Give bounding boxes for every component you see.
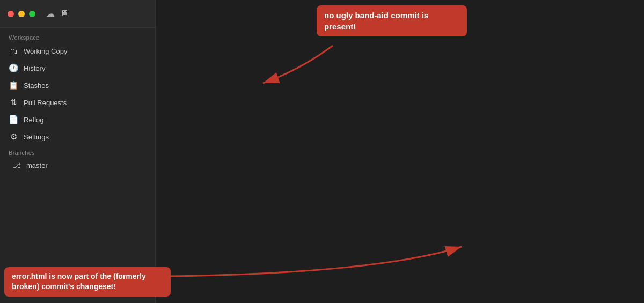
sidebar-item-settings[interactable]: ⚙ Settings [0, 128, 155, 145]
branch-item-master[interactable]: ⎇ master [0, 158, 155, 173]
sidebar-item-label-stashes: Stashes [24, 82, 49, 90]
sidebar-item-label-pull-requests: Pull Requests [24, 99, 67, 107]
sidebar-item-stashes[interactable]: 📋 Stashes [0, 77, 155, 94]
workspace-section-label: Workspace [0, 28, 155, 43]
top-annotation: no ugly band-aid commit is present! [317, 5, 467, 36]
stash-icon: 📋 [9, 80, 18, 90]
cloud-icon[interactable]: ☁ [46, 9, 55, 19]
traffic-light-red[interactable] [8, 11, 14, 17]
server-icon[interactable]: 🖥 [60, 9, 69, 19]
traffic-light-yellow[interactable] [18, 11, 25, 17]
reflog-icon: 📄 [9, 115, 18, 124]
top-annotation-text: no ugly band-aid commit is present! [324, 11, 428, 31]
clock-icon: 🕐 [9, 63, 18, 73]
sidebar-item-working-copy[interactable]: 🗂 Working Copy [0, 43, 155, 60]
sidebar-item-label-settings: Settings [24, 133, 49, 141]
sidebar-item-history[interactable]: 🕐 History [0, 60, 155, 77]
sidebar-item-reflog[interactable]: 📄 Reflog [0, 111, 155, 128]
traffic-light-green[interactable] [29, 11, 35, 17]
branch-label-master: master [26, 161, 48, 169]
settings-icon: ⚙ [9, 132, 18, 142]
sidebar-toolbar: ☁ 🖥 [0, 0, 155, 28]
sidebar-item-label-history: History [24, 64, 45, 72]
branch-icon: ⎇ [13, 161, 21, 169]
sidebar-item-label-reflog: Reflog [24, 116, 44, 124]
sidebar: ☁ 🖥 Workspace 🗂 Working Copy 🕐 History 📋… [0, 0, 156, 303]
sidebar-item-label-working-copy: Working Copy [24, 47, 67, 55]
pr-icon: ⇅ [9, 98, 18, 107]
folder-icon: 🗂 [9, 47, 18, 56]
branches-section-label: Branches [0, 145, 155, 158]
sidebar-item-pull-requests[interactable]: ⇅ Pull Requests [0, 94, 155, 111]
